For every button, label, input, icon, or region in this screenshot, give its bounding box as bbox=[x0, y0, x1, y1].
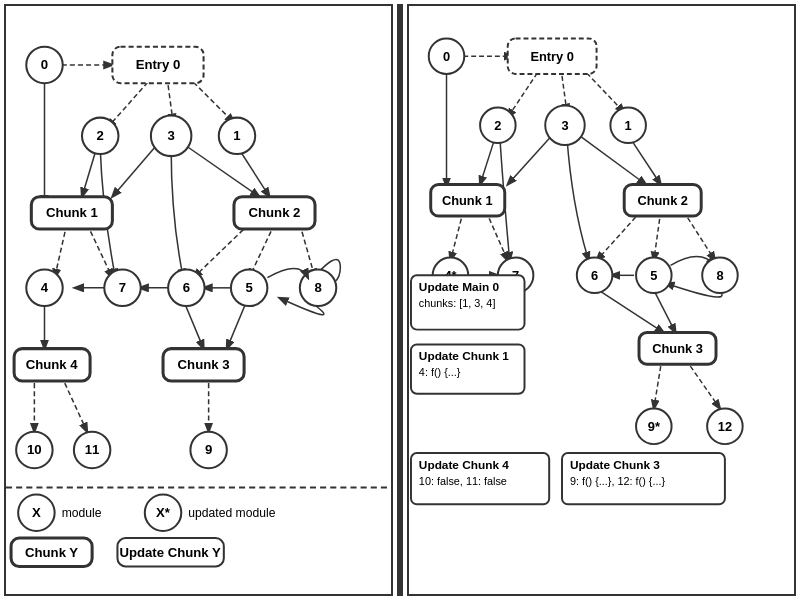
r-edge-3-chunk2 bbox=[579, 135, 646, 184]
node-11-left-label: 11 bbox=[85, 442, 100, 457]
update-main0-content: chunks: [1, 3, 4] bbox=[419, 297, 496, 309]
r-chunk2-label: Chunk 2 bbox=[637, 193, 688, 208]
edge-chunk2-6 bbox=[193, 224, 249, 278]
r-chunk3-label: Chunk 3 bbox=[652, 341, 703, 356]
r-edge-chunk3-9star bbox=[654, 366, 661, 408]
update-main0-title: Update Main 0 bbox=[419, 280, 500, 294]
right-panel: 0 Entry 0 2 3 1 Chunk 1 Chunk 2 4* bbox=[407, 4, 796, 596]
legend-chunk-label: Chunk Y bbox=[25, 545, 78, 560]
r-edge-chunk2-8 bbox=[683, 211, 715, 260]
r-node-8-label: 8 bbox=[716, 268, 723, 283]
right-panel-svg: 0 Entry 0 2 3 1 Chunk 1 Chunk 2 4* bbox=[409, 6, 794, 594]
legend-module-x: X bbox=[32, 505, 41, 520]
edge-chunk4-11 bbox=[65, 383, 87, 432]
update-chunk4-content: 10: false, 11: false bbox=[419, 475, 507, 487]
chunk2-label-left: Chunk 2 bbox=[249, 205, 301, 220]
node-7-left-label: 7 bbox=[119, 280, 126, 295]
node-1-left-label: 1 bbox=[233, 128, 240, 143]
r-edge-chunk3-12 bbox=[690, 366, 720, 408]
edge-entry0-2 bbox=[107, 82, 148, 128]
r-edge-5-chunk3 bbox=[654, 290, 676, 332]
r-node-0-label: 0 bbox=[443, 49, 450, 64]
node-8-left-label: 8 bbox=[314, 280, 321, 295]
r-edge-6-chunk3 bbox=[599, 290, 664, 332]
r-entry0-label: Entry 0 bbox=[530, 49, 574, 64]
edge-5-chunk3 bbox=[227, 300, 247, 349]
node-0-left-label: 0 bbox=[41, 57, 48, 72]
r-node-6-label: 6 bbox=[591, 268, 598, 283]
node-10-left-label: 10 bbox=[27, 442, 42, 457]
legend-updated-module-x: X* bbox=[156, 505, 171, 520]
node-4-left-label: 4 bbox=[41, 280, 49, 295]
legend-update-chunk-label: Update Chunk Y bbox=[119, 545, 221, 560]
legend-updated-module-label: updated module bbox=[188, 506, 275, 520]
chunk3-label-left: Chunk 3 bbox=[178, 357, 230, 372]
edge-3-6 bbox=[171, 148, 183, 278]
legend-module-label: module bbox=[62, 506, 102, 520]
entry0-label-left: Entry 0 bbox=[136, 57, 181, 72]
left-panel: 0 Entry 0 2 3 1 Chunk 1 Chunk 2 4 bbox=[4, 4, 393, 596]
node-5-left-label: 5 bbox=[245, 280, 252, 295]
r-node-3-label: 3 bbox=[561, 118, 568, 133]
edge-chunk1-7 bbox=[87, 224, 112, 278]
r-edge-3-6 bbox=[567, 137, 589, 260]
edge-entry0-1 bbox=[193, 82, 234, 123]
r-edge-chunk2-5 bbox=[654, 211, 661, 260]
edge-3-chunk2 bbox=[186, 146, 259, 197]
edge-6-chunk3 bbox=[183, 300, 203, 349]
main-container: 0 Entry 0 2 3 1 Chunk 1 Chunk 2 4 bbox=[0, 0, 800, 600]
r-node-5-label: 5 bbox=[650, 268, 657, 283]
r-node-2-label: 2 bbox=[494, 118, 501, 133]
r-node-12-label: 12 bbox=[718, 419, 732, 434]
edge-3-chunk1 bbox=[112, 146, 156, 197]
update-chunk3-title: Update Chunk 3 bbox=[570, 458, 660, 472]
r-edge-chunk2-6 bbox=[597, 211, 641, 260]
chunk1-label-left: Chunk 1 bbox=[46, 205, 98, 220]
update-chunk1-title: Update Chunk 1 bbox=[419, 349, 509, 363]
chunk4-label-left: Chunk 4 bbox=[26, 357, 79, 372]
update-chunk4-title: Update Chunk 4 bbox=[419, 458, 509, 472]
edge-5-8 bbox=[267, 269, 308, 278]
node-3-left-label: 3 bbox=[167, 128, 174, 143]
update-chunk1-content: 4: f() {...} bbox=[419, 366, 461, 378]
r-edge-chunk1-7 bbox=[486, 211, 508, 260]
update-chunk3-content: 9: f() {...}, 12: f() {...} bbox=[570, 475, 666, 487]
r-node-9star-label: 9* bbox=[648, 419, 660, 434]
r-node-1-label: 1 bbox=[625, 118, 632, 133]
edge-chunk1-4 bbox=[55, 224, 67, 278]
r-chunk1-label: Chunk 1 bbox=[442, 193, 493, 208]
r-edge-3-chunk1 bbox=[508, 135, 552, 184]
node-6-left-label: 6 bbox=[183, 280, 190, 295]
node-2-left-label: 2 bbox=[97, 128, 104, 143]
r-edge-entry-2 bbox=[508, 73, 538, 117]
left-panel-svg: 0 Entry 0 2 3 1 Chunk 1 Chunk 2 4 bbox=[6, 6, 391, 594]
panel-divider bbox=[397, 4, 403, 596]
r-edge-chunk1-4star bbox=[450, 211, 463, 260]
node-9-left-label: 9 bbox=[205, 442, 212, 457]
r-edge-entry-1 bbox=[587, 73, 625, 112]
